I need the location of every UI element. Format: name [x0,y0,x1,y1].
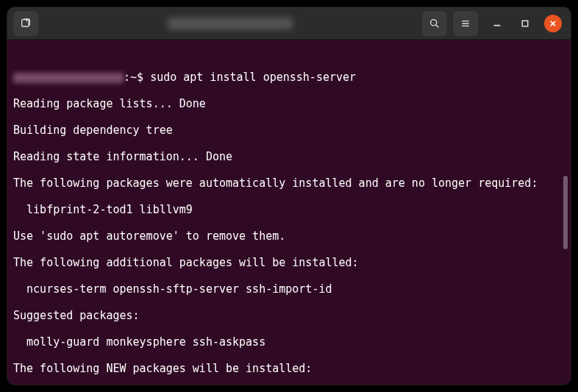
svg-point-3 [431,19,437,25]
output-line: Reading package lists... Done [13,97,568,110]
svg-rect-0 [22,19,29,26]
output-line: libfprint-2-tod1 libllvm9 [13,203,568,216]
scrollbar-thumb[interactable] [563,176,568,249]
maximize-button[interactable] [516,15,534,32]
window-controls [488,15,562,32]
output-line: The following additional packages will b… [13,256,568,269]
terminal-output[interactable]: :~$ sudo apt install openssh-server Read… [7,40,571,385]
window-title [44,17,416,29]
prompt-symbol: :~$ [124,71,150,84]
search-icon [429,18,440,29]
output-line: The following packages were automaticall… [13,177,568,190]
minimize-button[interactable] [488,15,506,32]
title-redacted [168,18,293,29]
prompt-user-redacted [13,73,124,83]
command-text: sudo apt install openssh-server [150,71,356,84]
prompt-line: :~$ sudo apt install openssh-server [13,71,568,84]
output-line: ncurses-term openssh-sftp-server ssh-imp… [13,282,568,296]
output-line: Reading state information... Done [13,150,568,163]
output-line: Suggested packages: [13,309,568,322]
maximize-icon [521,19,529,28]
close-button[interactable] [544,15,562,32]
output-line: Building dependency tree [13,124,568,137]
output-line: Use 'sudo apt autoremove' to remove them… [13,229,568,243]
terminal-window: :~$ sudo apt install openssh-server Read… [7,7,571,385]
new-tab-button[interactable] [13,11,38,36]
minimize-icon [492,18,502,29]
titlebar [7,7,571,40]
search-button[interactable] [422,11,447,36]
menu-button[interactable] [453,11,478,36]
svg-line-4 [436,25,438,27]
output-line: molly-guard monkeysphere ssh-askpass [13,335,568,349]
output-line: The following NEW packages will be insta… [13,362,568,375]
svg-rect-9 [522,21,528,26]
hamburger-icon [460,18,471,29]
close-icon [549,20,557,27]
